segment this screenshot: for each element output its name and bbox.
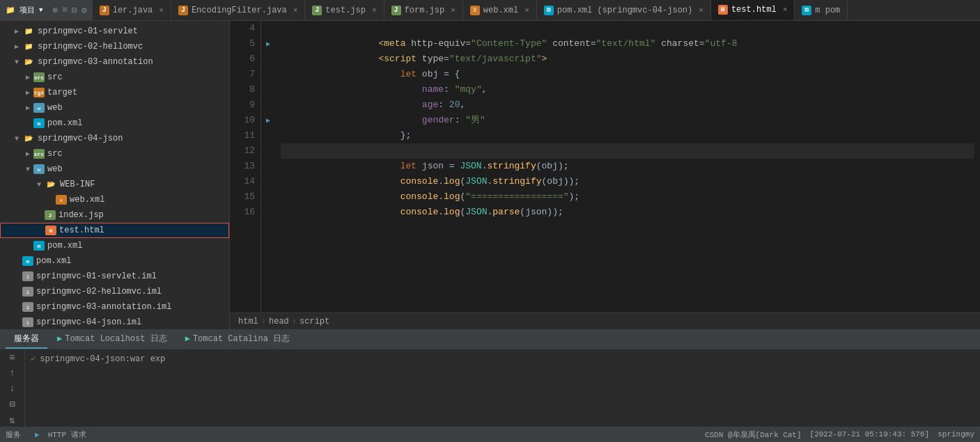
code-span: "utf-8	[705, 38, 738, 49]
main-area: ▶ 📁 springmvc-01-servlet ▶ 📁 springmvc-0…	[0, 21, 980, 329]
fold-arrow-5[interactable]: ▶	[266, 40, 270, 48]
code-span	[335, 115, 422, 125]
breadcrumb-head[interactable]: head	[269, 317, 289, 326]
fold-arrow-10[interactable]: ▶	[266, 116, 270, 125]
sidebar-item-rootpom[interactable]: m pom.xml	[0, 253, 229, 269]
project-switcher[interactable]: 📁 项目 ▼ ⊕ ≡ ⊟ ⚙	[0, 0, 93, 20]
tab-server[interactable]: 服务器	[6, 330, 47, 349]
label-pom04: pom.xml	[47, 241, 82, 251]
label-target03: target	[47, 88, 77, 97]
tab-pom-extra[interactable]: m m pom	[795, 0, 848, 20]
tab-test-jsp[interactable]: J test.jsp ×	[305, 0, 384, 20]
toolbar-icon-4[interactable]: ⚙	[81, 5, 87, 16]
sidebar-item-springmvc02[interactable]: ▶ 📁 springmvc-02-hellomvc	[0, 39, 229, 54]
src-icon-2: src	[33, 149, 45, 159]
sidebar-item-springmvc04[interactable]: ▼ 📂 springmvc-04-json	[0, 131, 229, 146]
code-span	[335, 207, 400, 217]
tab-encodingfilter[interactable]: J EncodingFilter.java ×	[171, 0, 305, 20]
sidebar-item-web04[interactable]: ▼ w web	[0, 161, 229, 177]
label-testhtml: test.html	[59, 226, 104, 235]
log-line-1: ✓ springmvc-04-json:war exp	[31, 352, 974, 366]
toolbar-icon-2[interactable]: ≡	[62, 5, 68, 15]
code-span: =	[465, 38, 471, 49]
code-content[interactable]: <meta http-equiv="Content-Type" content=…	[275, 21, 980, 313]
toolbar-icon-3[interactable]: ⊟	[72, 5, 77, 16]
gutter-7	[261, 67, 275, 82]
sidebar-item-pom03[interactable]: m pom.xml	[0, 116, 229, 131]
tab-test-jsp-close[interactable]: ×	[372, 6, 377, 15]
breadcrumb-html[interactable]: html	[238, 317, 258, 326]
line-num-16: 16	[230, 205, 255, 220]
sidebar-item-springmvc03[interactable]: ▼ 📂 springmvc-03-annotation	[0, 54, 229, 70]
gutter-13	[261, 159, 275, 174]
gutter: ▶ ▶	[261, 21, 275, 313]
sidebar-item-webinf[interactable]: ▼ 📂 WEB-INF	[0, 177, 229, 192]
sidebar-item-iml03[interactable]: i springmvc-03-annotation.iml	[0, 299, 229, 315]
sidebar-item-webxml[interactable]: x web.xml	[0, 192, 229, 207]
arrow-springmvc03: ▼	[11, 58, 22, 66]
arrow-springmvc02: ▶	[11, 42, 22, 51]
gutter-9	[261, 97, 275, 113]
sidebar-item-src04[interactable]: ▶ src src	[0, 146, 229, 161]
sidebar-item-iml04[interactable]: i springmvc-04-json.iml	[0, 315, 229, 329]
toolbar-icon-1[interactable]: ⊕	[52, 5, 58, 16]
tab-pom-springmvc04-close[interactable]: ×	[699, 6, 703, 15]
code-span: http-equiv	[411, 38, 465, 49]
code-span: charset	[661, 38, 699, 49]
tab-test-html-close[interactable]: ×	[783, 6, 788, 14]
code-span	[335, 161, 400, 171]
tab-web-xml-close[interactable]: ×	[524, 6, 529, 15]
toolbar-btn-grid[interactable]: ⊟	[5, 398, 20, 410]
line-num-11: 11	[230, 128, 255, 143]
sidebar-item-pom04[interactable]: m pom.xml	[0, 238, 229, 253]
code-span: let	[400, 161, 417, 171]
status-services-label: 服务	[6, 429, 21, 440]
folder-open-icon: 📂	[22, 57, 35, 67]
sidebar-item-target03[interactable]: ▶ tgt target	[0, 85, 229, 100]
toolbar-btn-list[interactable]: ≡	[5, 352, 20, 363]
toolbar-btn-down[interactable]: ↓	[5, 383, 20, 394]
tab-tomcat-catalina[interactable]: ▶ Tomcat Catalina 日志	[177, 330, 298, 349]
project-dropdown-icon: ▼	[39, 7, 42, 14]
toolbar-btn-filter[interactable]: ⇅	[5, 414, 20, 426]
code-span: =	[444, 54, 449, 64]
sidebar-item-web03[interactable]: ▶ w web	[0, 100, 229, 116]
tab-controller[interactable]: J ler.java ×	[93, 0, 171, 20]
code-span: obj = {	[417, 69, 460, 79]
tab-encodingfilter-close[interactable]: ×	[293, 6, 298, 15]
java-icon-2: J	[178, 6, 188, 15]
line-num-7: 7	[230, 67, 255, 82]
code-span	[335, 222, 341, 232]
tab-tomcat-localhost[interactable]: ▶ Tomcat Localhost 日志	[49, 330, 176, 349]
sidebar-item-src03[interactable]: ▶ src src	[0, 70, 229, 85]
sidebar-item-iml01[interactable]: i springmvc-01-servlet.iml	[0, 269, 229, 284]
sidebar-item-iml02[interactable]: i springmvc-02-hellomvc.iml	[0, 284, 229, 299]
bottom-toolbar: ≡ ↑ ↓ ⊟ ⇅ +	[0, 349, 25, 427]
tab-form-jsp[interactable]: J form.jsp ×	[384, 0, 463, 20]
line-num-13: 13	[230, 159, 255, 174]
tab-pom-springmvc04[interactable]: m pom.xml (springmvc-04-json) ×	[537, 0, 711, 20]
tab-web-xml[interactable]: x web.xml ×	[463, 0, 537, 20]
arrow-web03: ▶	[22, 104, 33, 112]
line-num-4: 4	[230, 21, 255, 36]
sidebar-item-testhtml[interactable]: H test.html	[0, 223, 229, 238]
code-span: :	[455, 115, 466, 125]
sidebar-item-indexjsp[interactable]: J index.jsp	[0, 207, 229, 223]
bottom-panel: 服务器 ▶ Tomcat Localhost 日志 ▶ Tomcat Catal…	[0, 329, 980, 427]
tab-controller-close[interactable]: ×	[159, 6, 164, 15]
sidebar-item-springmvc01[interactable]: ▶ 📁 springmvc-01-servlet	[0, 24, 229, 39]
jsp-icon: J	[312, 6, 322, 15]
tab-form-jsp-close[interactable]: ×	[451, 6, 456, 15]
code-editor[interactable]: 4 5 6 7 8 9 10 11 12 13 14 15 16 ▶	[230, 21, 980, 313]
code-span: "男"	[465, 115, 485, 125]
gutter-8	[261, 82, 275, 97]
breadcrumb-script[interactable]: script	[300, 317, 329, 326]
toolbar-btn-up[interactable]: ↑	[5, 368, 20, 379]
webinf-folder-icon: 📂	[45, 180, 57, 189]
code-span: "================="	[465, 191, 568, 202]
status-csdn-label: CSDN @牟泉禹[Dark Cat]	[705, 429, 802, 440]
code-span: <script	[378, 54, 417, 64]
tab-test-html[interactable]: H test.html ×	[711, 0, 795, 20]
line-num-9: 9	[230, 97, 255, 113]
jsp-file-icon: J	[45, 210, 56, 220]
